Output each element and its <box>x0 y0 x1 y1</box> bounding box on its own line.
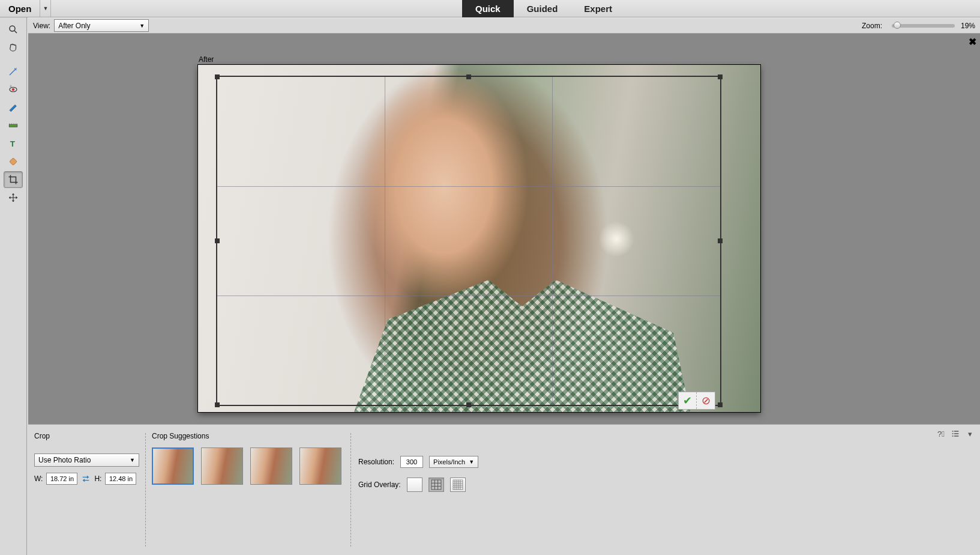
crop-suggestions <box>152 447 341 485</box>
crop-grid-line <box>217 186 720 187</box>
mode-tab-expert[interactable]: Expert <box>571 0 625 17</box>
close-icon[interactable]: ✖ <box>969 36 976 47</box>
zoom-tool[interactable] <box>4 21 23 38</box>
hand-tool[interactable] <box>4 39 23 56</box>
crop-handle-s[interactable] <box>466 402 471 407</box>
height-input[interactable] <box>105 473 136 485</box>
svg-rect-9 <box>10 158 17 166</box>
svg-rect-15 <box>453 480 463 490</box>
crop-suggestion-3[interactable] <box>250 447 292 485</box>
redeye-tool[interactable]: + <box>4 81 23 98</box>
crop-handle-nw[interactable] <box>215 74 220 79</box>
svg-point-4 <box>12 88 15 91</box>
crop-bounding-box[interactable] <box>216 76 721 406</box>
chevron-down-icon: ▼ <box>139 23 145 29</box>
crop-handle-e[interactable] <box>718 238 723 243</box>
whiten-tool[interactable] <box>4 99 23 116</box>
options-bar: View: After Only ▼ Zoom: 19% <box>28 17 980 34</box>
open-button[interactable]: Open <box>0 0 40 17</box>
open-dropdown[interactable]: ▼ <box>40 0 51 17</box>
crop-handle-ne[interactable] <box>718 74 723 79</box>
svg-point-2 <box>16 68 17 69</box>
zoom-group: Zoom: 19% <box>862 22 975 30</box>
heal-tool[interactable] <box>4 153 23 170</box>
aspect-ratio-select[interactable]: Use Photo Ratio ▼ <box>34 453 139 467</box>
mode-tabs: Quick Guided Expert <box>462 0 625 17</box>
svg-point-0 <box>10 26 15 31</box>
crop-handle-n[interactable] <box>466 74 471 79</box>
wand-tool[interactable] <box>4 63 23 80</box>
zoom-slider[interactable] <box>892 24 955 28</box>
zoom-slider-thumb[interactable] <box>894 22 901 29</box>
text-tool[interactable]: T <box>4 135 23 152</box>
svg-text:T: T <box>10 139 16 148</box>
grid-thirds-button[interactable] <box>428 478 444 492</box>
crop-handle-w[interactable] <box>215 238 220 243</box>
cancel-crop-button[interactable]: ⊘ <box>697 392 715 409</box>
crop-grid-line <box>217 296 720 296</box>
svg-line-1 <box>14 31 17 33</box>
view-select-value: After Only <box>58 22 90 30</box>
resolution-label: Resolution: <box>358 458 394 466</box>
crop-confirm-bar: ✔ ⊘ <box>678 392 715 410</box>
zoom-label: Zoom: <box>862 22 882 30</box>
move-tool[interactable] <box>4 189 23 206</box>
crop-grid-line <box>385 77 385 405</box>
grid-dense-button[interactable] <box>450 478 466 492</box>
resolution-unit-select[interactable]: Pixels/Inch ▼ <box>429 456 478 468</box>
crop-suggestion-4[interactable] <box>299 447 341 485</box>
crop-tool[interactable] <box>4 171 23 188</box>
canvas[interactable]: ✔ ⊘ <box>198 65 760 412</box>
crop-handle-sw[interactable] <box>215 402 220 407</box>
panel-divider <box>145 433 146 547</box>
chevron-down-icon: ▼ <box>130 457 135 463</box>
width-input[interactable] <box>46 473 77 485</box>
crop-grid-line <box>552 77 553 405</box>
workspace: ✖ After ✔ ⊘ <box>28 34 980 424</box>
crop-section-title: Crop <box>34 432 50 440</box>
chevron-down-icon: ▼ <box>469 459 474 465</box>
width-label: W: <box>34 475 43 483</box>
view-select[interactable]: After Only ▼ <box>54 19 149 32</box>
aspect-ratio-value: Use Photo Ratio <box>38 456 91 464</box>
tool-strip: + T <box>0 17 27 555</box>
crop-suggestion-2[interactable] <box>201 447 243 485</box>
tool-options-panel: Crop Use Photo Ratio ▼ W: H: Crop Sugges… <box>28 424 980 555</box>
mode-tab-guided[interactable]: Guided <box>514 0 571 17</box>
height-label: H: <box>94 475 101 483</box>
grid-none-button[interactable] <box>407 478 422 492</box>
svg-text:+: + <box>10 84 12 88</box>
swap-dimensions-icon[interactable] <box>81 474 91 484</box>
commit-crop-button[interactable]: ✔ <box>679 392 697 409</box>
grid-overlay-row: Grid Overlay: <box>358 478 466 492</box>
resolution-input[interactable] <box>400 456 423 468</box>
straighten-tool[interactable] <box>4 117 23 134</box>
menu-bar: Open ▼ Quick Guided Expert <box>0 0 980 17</box>
view-label: View: <box>33 22 50 30</box>
crop-handle-se[interactable] <box>718 402 723 407</box>
svg-rect-10 <box>431 480 441 490</box>
dimensions-row: W: H: <box>34 473 136 485</box>
panel-menu-icons: ?⃝ ▾ <box>936 428 975 439</box>
help-icon[interactable]: ?⃝ <box>936 428 946 439</box>
grid-overlay-label: Grid Overlay: <box>358 481 401 489</box>
panel-divider <box>350 433 351 547</box>
resolution-unit-value: Pixels/Inch <box>433 458 465 466</box>
panel-collapse-icon[interactable]: ▾ <box>964 428 975 439</box>
svg-rect-6 <box>9 125 17 127</box>
zoom-value: 19% <box>961 22 975 30</box>
resolution-row: Resolution: Pixels/Inch ▼ <box>358 456 478 468</box>
crop-suggestion-1[interactable] <box>152 447 194 485</box>
reset-icon[interactable] <box>950 428 961 439</box>
after-label: After <box>199 55 214 64</box>
mode-tab-quick[interactable]: Quick <box>462 0 514 17</box>
suggestions-title: Crop Suggestions <box>152 432 209 440</box>
